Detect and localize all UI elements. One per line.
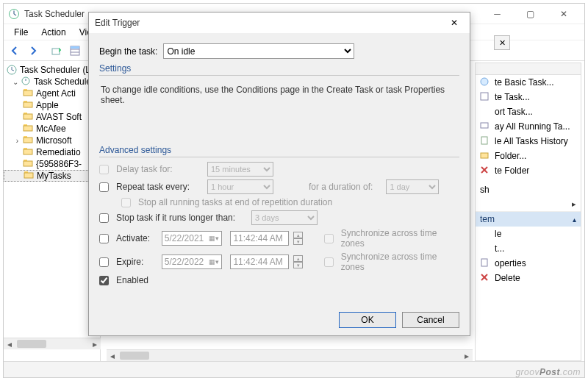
tree-item[interactable]: ›Microsoft	[4, 135, 100, 146]
action-item[interactable]: ort Task...	[476, 104, 581, 119]
begin-task-select[interactable]: On idle	[163, 43, 354, 59]
new-folder-icon	[480, 151, 490, 161]
toolbar-separator	[43, 43, 46, 59]
calendar-icon: ▦▾	[209, 235, 219, 242]
action-item[interactable]: le	[476, 227, 581, 241]
action-item[interactable]: le All Tasks History	[476, 134, 581, 149]
folder-icon	[23, 135, 35, 146]
delete-folder-icon	[480, 165, 490, 176]
action-item[interactable]: ay All Running Ta...	[476, 119, 581, 134]
tree-item-label: {595886F3-	[36, 159, 82, 169]
scroll-left-icon[interactable]: ◂	[4, 338, 15, 349]
folder-icon	[23, 159, 35, 169]
tree-item[interactable]: {595886F3-	[4, 158, 100, 170]
svg-rect-7	[71, 46, 79, 49]
action-label: te Basic Task...	[495, 77, 553, 88]
tree-root[interactable]: Task Scheduler (Lo	[4, 64, 100, 76]
activate-checkbox[interactable]	[99, 234, 109, 243]
action-item[interactable]: te Folder	[476, 163, 581, 178]
action-item[interactable]: sh	[476, 182, 581, 197]
close-button[interactable]: ✕	[547, 5, 580, 23]
svg-rect-40	[481, 259, 487, 266]
scroll-thumb[interactable]	[120, 352, 149, 360]
sync-label-2: Synchronize across time zones	[341, 252, 453, 272]
settings-text: To change idle conditions, use the Condi…	[99, 80, 459, 140]
action-item[interactable]: Folder...	[476, 149, 581, 163]
stop-all-label: Stop all running tasks at end of repetit…	[138, 197, 332, 207]
repeat-select: 1 hour	[207, 179, 273, 194]
divider	[99, 157, 459, 157]
collapse-icon[interactable]: ⌄	[11, 78, 19, 86]
tree-scrollbar[interactable]: ◂▸	[4, 338, 101, 349]
tree-item-label: AVAST Soft	[36, 112, 82, 122]
begin-task-label: Begin the task:	[99, 46, 157, 57]
scroll-thumb[interactable]	[17, 340, 46, 348]
stop-all-checkbox	[121, 198, 131, 207]
menu-action[interactable]: Action	[35, 26, 71, 39]
svg-rect-18	[24, 90, 32, 96]
repeat-checkbox[interactable]	[99, 182, 109, 192]
stop-if-checkbox[interactable]	[99, 213, 109, 223]
maximize-button[interactable]: ▢	[514, 5, 547, 23]
tree-item[interactable]: Remediatio	[4, 146, 100, 158]
expire-checkbox[interactable]	[99, 257, 109, 267]
enabled-checkbox[interactable]	[99, 276, 109, 285]
ok-button[interactable]: OK	[339, 312, 396, 328]
menu-file[interactable]: File	[8, 26, 34, 39]
tree-item[interactable]: Agent Acti	[4, 88, 100, 99]
details-button[interactable]	[67, 43, 83, 59]
back-button[interactable]	[7, 43, 23, 59]
tree-item[interactable]: Apple	[4, 99, 100, 111]
expire-label: Expire:	[116, 257, 153, 267]
action-label: te Folder	[495, 165, 529, 176]
tree-library-label: Task Scheduler	[34, 76, 94, 87]
actions-pane: te Basic Task... te Task... ort Task... …	[475, 63, 581, 361]
dialog-close-button[interactable]: ✕	[445, 15, 464, 31]
watermark-b: Post	[539, 367, 560, 377]
expire-time-picker: 11:42:44 AM	[230, 254, 289, 269]
action-label: ay All Running Ta...	[495, 121, 570, 132]
action-label: Folder...	[495, 151, 526, 161]
action-item[interactable]: te Task...	[476, 90, 581, 104]
action-item-more[interactable]: ▸	[476, 197, 581, 211]
action-label: t...	[495, 243, 504, 254]
time-spinner: ▴▾	[293, 232, 303, 245]
calendar-icon: ▦▾	[209, 258, 219, 266]
wizard-icon	[480, 77, 490, 88]
enable-icon	[480, 229, 490, 239]
watermark: groovPost.com	[515, 365, 581, 378]
folder-open-icon	[24, 171, 35, 181]
import-icon	[480, 107, 490, 117]
background-close-button[interactable]: ✕	[494, 35, 510, 50]
scroll-right-icon[interactable]: ▸	[89, 338, 101, 349]
svg-rect-37	[481, 153, 488, 158]
action-label: sh	[480, 185, 490, 195]
cancel-button[interactable]: Cancel	[402, 312, 459, 328]
library-icon	[21, 76, 32, 87]
tree-item-selected[interactable]: MyTasks	[4, 170, 100, 182]
minimize-button[interactable]: ─	[481, 5, 514, 23]
action-item[interactable]: Delete	[476, 271, 581, 285]
delay-select: 15 minutes	[207, 162, 273, 177]
activate-time-value: 11:42:44 AM	[233, 233, 282, 243]
up-button[interactable]	[49, 43, 65, 59]
folder-icon	[23, 112, 35, 122]
action-item[interactable]: operties	[476, 256, 581, 271]
forward-button[interactable]	[25, 43, 41, 59]
action-item[interactable]: t...	[476, 241, 581, 256]
tree-item-label: McAfee	[36, 124, 66, 134]
delete-icon	[480, 273, 490, 283]
svg-rect-30	[24, 161, 32, 166]
tree-pane[interactable]: Task Scheduler (Lo ⌄ Task Scheduler Agen…	[4, 63, 101, 361]
tree-library[interactable]: ⌄ Task Scheduler	[4, 76, 100, 88]
action-item[interactable]: te Basic Task...	[476, 75, 581, 90]
tree-item[interactable]: AVAST Soft	[4, 111, 100, 123]
middle-scrollbar[interactable]: ◂▸	[107, 349, 473, 361]
scroll-left-icon[interactable]: ◂	[107, 350, 118, 361]
scroll-right-icon[interactable]: ▸	[461, 350, 473, 361]
divider	[99, 75, 459, 76]
stop-if-label: Stop task if it runs longer than:	[116, 213, 243, 223]
tree-item[interactable]: McAfee	[4, 123, 100, 135]
actions-section-header[interactable]: tem▴	[476, 212, 581, 227]
expand-icon[interactable]: ›	[13, 137, 21, 145]
